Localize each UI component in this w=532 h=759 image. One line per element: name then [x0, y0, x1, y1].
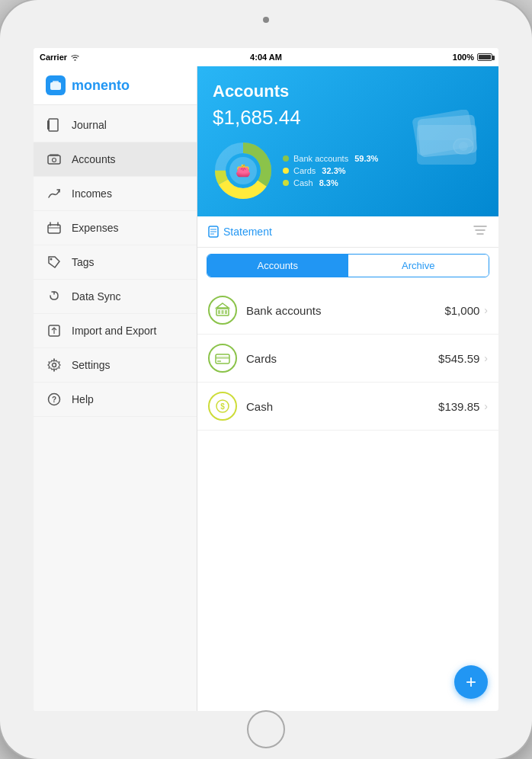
svg-text:👛: 👛 [236, 163, 251, 178]
bank-amount: $1,000 [444, 304, 479, 317]
svg-text:$: $ [220, 402, 225, 411]
statement-title: Statement [208, 226, 272, 238]
svg-rect-3 [47, 120, 50, 130]
tab-bar: Accounts Archive [207, 254, 489, 277]
app-icon [46, 75, 66, 95]
datasync-icon [46, 288, 62, 305]
status-time: 4:04 AM [250, 53, 282, 62]
legend-cash: Cash 8.3% [283, 178, 378, 187]
camera [263, 17, 269, 23]
incomes-icon [46, 185, 62, 202]
home-button[interactable] [247, 710, 285, 748]
cards-chevron: › [484, 352, 488, 364]
tab-archive[interactable]: Archive [348, 255, 489, 277]
header-left: Accounts $1,685.44 [213, 82, 378, 201]
journal-icon [46, 117, 62, 133]
sidebar-item-journal[interactable]: Journal [34, 108, 197, 143]
account-list: Bank accounts $1,000 › [197, 283, 498, 434]
statement-header: Statement [197, 216, 498, 248]
svg-point-28 [459, 142, 468, 151]
legend-dot-cards [283, 168, 289, 174]
help-icon: ? [46, 391, 62, 408]
sidebar-item-help[interactable]: ? Help [34, 383, 197, 417]
sidebar-item-importexport[interactable]: Import and Export [34, 314, 197, 348]
bank-svg [215, 303, 230, 318]
statement-label: Statement [223, 226, 272, 238]
legend-label-bank: Bank accounts [293, 154, 348, 163]
account-item-bank[interactable]: Bank accounts $1,000 › [197, 287, 498, 335]
svg-marker-37 [216, 303, 229, 308]
filter-svg [473, 224, 488, 236]
accounts-header: Accounts $1,685.44 [197, 66, 498, 216]
wifi-icon [70, 53, 80, 61]
account-item-cards[interactable]: Cards $545.59 › [197, 335, 498, 383]
legend-bank: Bank accounts 59.3% [283, 154, 378, 163]
svg-rect-39 [222, 310, 224, 314]
status-left: Carrier [40, 53, 80, 62]
settings-icon [46, 357, 62, 373]
expenses-icon [46, 219, 62, 236]
accounts-icon [46, 151, 62, 168]
cash-name: Cash [246, 400, 438, 413]
svg-rect-0 [50, 82, 61, 90]
bank-name: Bank accounts [246, 304, 444, 317]
main-content: Accounts $1,685.44 [197, 66, 498, 711]
tags-icon [46, 254, 62, 271]
sidebar-item-accounts[interactable]: Accounts [34, 143, 197, 177]
svg-rect-26 [417, 125, 476, 140]
account-item-cash[interactable]: $ Cash $139.85 › [197, 383, 498, 431]
cards-name: Cards [246, 352, 438, 365]
ipad-device: Carrier 4:04 AM 100% [0, 0, 532, 759]
carrier-label: Carrier [40, 53, 67, 62]
filter-icon[interactable] [473, 224, 488, 239]
legend-dot-cash [283, 180, 289, 186]
cash-chevron: › [484, 400, 488, 412]
svg-point-11 [50, 258, 53, 261]
svg-rect-2 [49, 119, 58, 131]
card-icon [208, 344, 237, 373]
journal-label: Journal [72, 119, 107, 131]
chart-legend: Bank accounts 59.3% Cards 32.3% [283, 154, 378, 187]
tags-label: Tags [72, 256, 95, 268]
add-button[interactable]: + [454, 665, 488, 699]
card-svg [215, 351, 230, 366]
sidebar-item-expenses[interactable]: Expenses [34, 211, 197, 245]
legend-pct-cash: 8.3% [319, 178, 338, 187]
svg-rect-7 [48, 225, 60, 233]
cash-amount: $139.85 [438, 400, 479, 413]
bank-icon [208, 296, 237, 325]
sidebar-item-datasync[interactable]: Data Sync [34, 280, 197, 314]
app-body: monento Journal [34, 66, 498, 711]
app-name: monento [72, 78, 130, 94]
legend-pct-cards: 32.3% [322, 166, 345, 175]
cash-icon: $ [208, 392, 237, 421]
svg-rect-40 [225, 310, 227, 314]
legend-dot-bank [283, 155, 289, 162]
bank-chevron: › [484, 304, 488, 316]
wallet-illustration [411, 110, 483, 174]
sidebar-item-settings[interactable]: Settings [34, 348, 197, 383]
battery-icon [477, 53, 492, 61]
wallet-svg [411, 110, 483, 171]
svg-point-6 [53, 159, 56, 162]
svg-point-14 [53, 363, 56, 367]
sidebar: monento Journal [34, 66, 197, 711]
sidebar-item-tags[interactable]: Tags [34, 245, 197, 280]
ipad-screen: Carrier 4:04 AM 100% [34, 48, 498, 711]
incomes-label: Incomes [72, 187, 112, 200]
cards-amount: $545.59 [438, 352, 479, 365]
accounts-label: Accounts [72, 153, 116, 165]
svg-rect-43 [217, 360, 221, 362]
help-label: Help [72, 393, 94, 405]
battery-label: 100% [453, 53, 474, 62]
svg-rect-38 [218, 310, 220, 314]
header-title: Accounts [213, 82, 378, 101]
importexport-icon [46, 322, 62, 339]
status-right: 100% [453, 53, 492, 62]
legend-label-cards: Cards [293, 166, 316, 175]
tab-accounts[interactable]: Accounts [207, 255, 348, 277]
sidebar-item-incomes[interactable]: Incomes [34, 177, 197, 211]
legend-label-cash: Cash [293, 178, 313, 187]
svg-text:?: ? [52, 396, 56, 404]
sidebar-header: monento [34, 66, 197, 105]
